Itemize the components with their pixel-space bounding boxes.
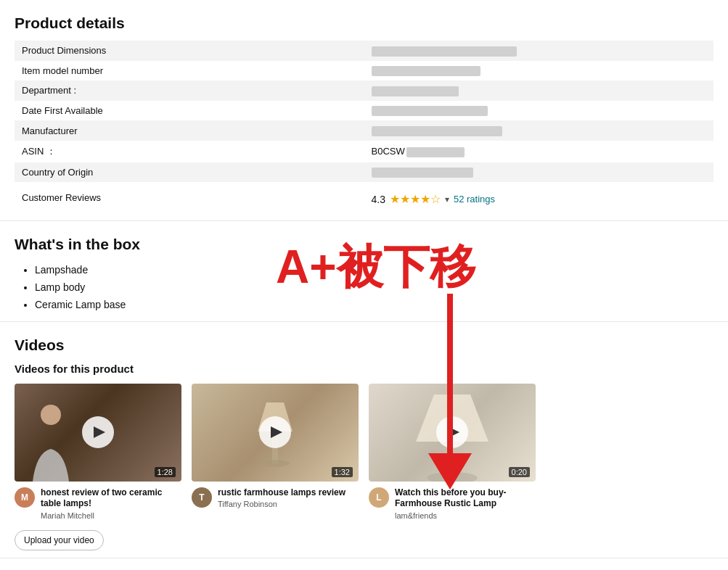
video-title-2: rustic farmhouse lamps review (218, 487, 345, 499)
video-thumbnail-1[interactable]: 1:28 (15, 384, 181, 482)
video-thumbnail-3[interactable]: 0:20 (369, 384, 536, 482)
videos-section: Videos Videos for this product 1:28 (0, 322, 728, 558)
table-row: Country of Origin (15, 162, 713, 183)
detail-value (364, 101, 714, 121)
star-5: ☆ (430, 192, 441, 206)
video-card-1[interactable]: 1:28 M honest review of two ceramic tabl… (15, 384, 181, 520)
detail-value (364, 61, 714, 81)
avatar-2: T (192, 487, 212, 508)
table-row: Item model number (15, 61, 713, 81)
videos-section-title: Videos (15, 336, 713, 354)
video-text-1: honest review of two ceramic table lamps… (41, 487, 181, 520)
video-title-3: Watch this before you buy- Farmhouse Rus… (395, 487, 536, 510)
play-button-2[interactable] (259, 416, 291, 448)
whats-in-box-section: What's in the box Lampshade Lamp body Ce… (0, 221, 728, 321)
video-author-3: lam&friends (395, 511, 536, 520)
video-card-3[interactable]: 0:20 L Watch this before you buy- Farmho… (369, 384, 536, 520)
list-item: Lamp body (35, 279, 713, 297)
detail-value (364, 120, 714, 141)
person-silhouette (29, 402, 73, 482)
svg-point-5 (261, 460, 290, 467)
video-duration-3: 0:20 (509, 467, 530, 477)
play-icon-3 (448, 426, 459, 438)
play-button-3[interactable] (436, 416, 468, 448)
star-4: ★ (420, 192, 430, 206)
product-details-title: Product details (15, 15, 713, 32)
video-author-1: Mariah Mitchell (41, 511, 181, 520)
rating-dropdown-icon[interactable]: ▾ (445, 194, 449, 205)
video-info-3: L Watch this before you buy- Farmhouse R… (369, 487, 536, 520)
star-3: ★ (410, 192, 420, 206)
video-title-1: honest review of two ceramic table lamps… (41, 487, 181, 510)
detail-label: Department : (15, 80, 364, 101)
table-row: Manufacturer (15, 120, 713, 141)
video-card-2[interactable]: 1:32 T rustic farmhouse lamps review Tif… (192, 384, 359, 520)
video-thumbnail-2[interactable]: 1:32 (192, 384, 359, 482)
table-row: Date First Available (15, 101, 713, 121)
table-row: ASIN ： B0CSW (15, 141, 713, 162)
upload-video-button[interactable]: Upload your video (15, 530, 104, 550)
video-author-2: Tiffany Robinson (218, 500, 345, 508)
star-rating: ★ ★ ★ ★ ☆ (390, 192, 441, 206)
video-duration-2: 1:32 (332, 467, 353, 477)
rating-count[interactable]: 52 ratings (454, 194, 495, 205)
star-1: ★ (390, 192, 400, 206)
box-items-list: Lampshade Lamp body Ceramic Lamp base (15, 262, 713, 313)
video-text-2: rustic farmhouse lamps review Tiffany Ro… (218, 487, 345, 509)
detail-value (364, 80, 714, 101)
product-details-section: Product details Product Dimensions Item … (0, 0, 728, 221)
annotation-overlay: What's in the box Lampshade Lamp body Ce… (0, 221, 728, 558)
table-row: Department : (15, 80, 713, 101)
video-text-3: Watch this before you buy- Farmhouse Rus… (395, 487, 536, 520)
svg-point-2 (41, 405, 61, 425)
box-section-title: What's in the box (15, 236, 713, 253)
detail-value (364, 41, 714, 61)
videos-subsection-title: Videos for this product (15, 363, 713, 375)
detail-value: 4.3 ★ ★ ★ ★ ☆ ▾ 52 ratings (364, 182, 714, 213)
detail-label: Product Dimensions (15, 41, 364, 61)
video-info-1: M honest review of two ceramic table lam… (15, 487, 181, 520)
svg-point-8 (427, 472, 478, 482)
video-info-2: T rustic farmhouse lamps review Tiffany … (192, 487, 359, 509)
avatar-1: M (15, 487, 35, 508)
videos-grid: 1:28 M honest review of two ceramic tabl… (15, 384, 713, 520)
play-icon-1 (94, 426, 105, 438)
play-icon-2 (271, 426, 282, 438)
detail-label: ASIN ： (15, 141, 364, 162)
product-description-section: Product Description (0, 558, 728, 570)
detail-label: Item model number (15, 61, 364, 81)
star-2: ★ (400, 192, 410, 206)
detail-label: Customer Reviews (15, 182, 364, 213)
table-row: Customer Reviews 4.3 ★ ★ ★ ★ ☆ ▾ 52 rati… (15, 182, 713, 213)
list-item: Lampshade (35, 262, 713, 279)
detail-label: Date First Available (15, 101, 364, 121)
rating-score: 4.3 (372, 194, 385, 205)
detail-label: Country of Origin (15, 162, 364, 183)
details-table: Product Dimensions Item model number Dep… (15, 41, 713, 213)
video-duration-1: 1:28 (155, 467, 176, 477)
detail-label: Manufacturer (15, 120, 364, 141)
list-item: Ceramic Lamp base (35, 297, 713, 314)
detail-value: B0CSW (364, 141, 714, 162)
detail-value (364, 162, 714, 183)
avatar-3: L (369, 487, 389, 508)
play-button-1[interactable] (82, 416, 114, 448)
table-row: Product Dimensions (15, 41, 713, 61)
